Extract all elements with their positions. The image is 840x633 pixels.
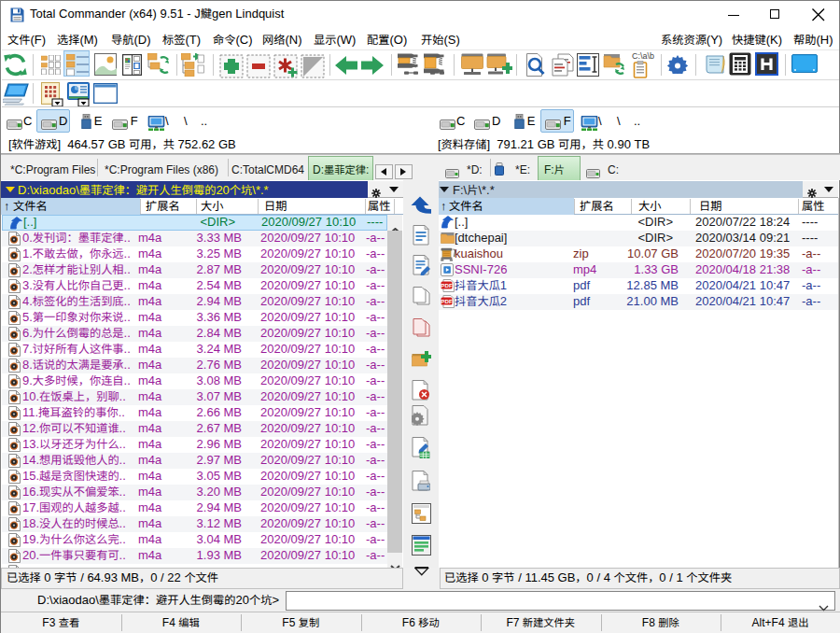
svg-text:PDF: PDF [441, 282, 453, 288]
svg-text:PDF: PDF [441, 298, 453, 304]
